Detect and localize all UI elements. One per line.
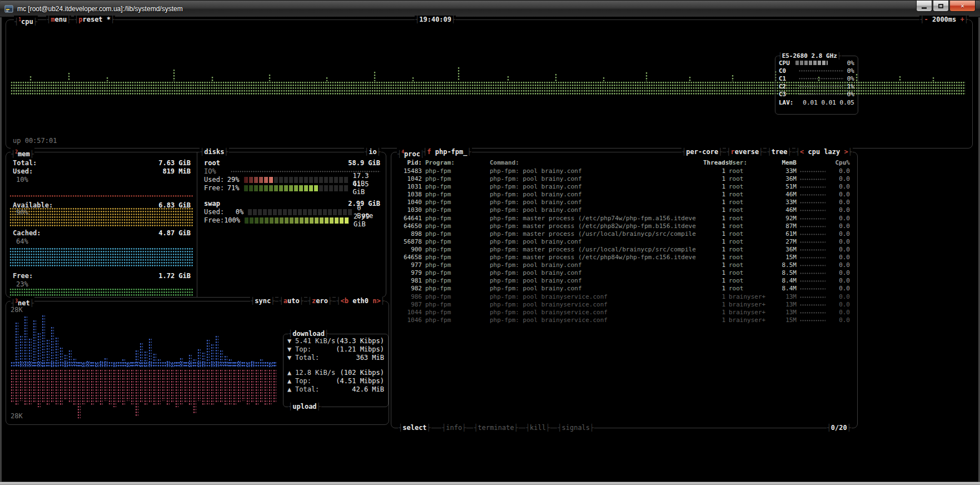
process-mem-graph (800, 175, 825, 183)
process-row[interactable]: 987 php-fpm php-fpm: pool brainyservice.… (392, 301, 857, 309)
disk-free-value: 41.5 GiB (353, 180, 380, 196)
graph-column (104, 369, 107, 401)
sort-selector[interactable]: < cpu lazy > (795, 148, 853, 156)
net-auto-toggle[interactable]: auto (278, 297, 304, 305)
process-row[interactable]: 64658 php-fpm php-fpm: master process (/… (392, 254, 857, 261)
process-pid: 1038 (399, 191, 422, 199)
process-cpu: 0.0 (829, 277, 850, 285)
process-filter-input[interactable]: f php-fpm_ (422, 148, 472, 156)
process-program: php-fpm (425, 309, 486, 316)
column-threads[interactable]: Threads: (703, 159, 725, 167)
load-average-row: LAV: 0.01 0.01 0.05 (775, 99, 858, 106)
process-row[interactable]: 979 php-fpm php-fpm: pool brainy.conf 1 … (392, 269, 857, 277)
process-row[interactable]: 1044 php-fpm php-fpm: pool brainyservice… (392, 309, 857, 316)
kill-action[interactable]: kill (525, 424, 550, 432)
process-threads: 1 (703, 206, 725, 214)
process-row[interactable]: 898 php-fpm php-fpm: master process (/us… (392, 230, 857, 238)
process-user: root (729, 238, 768, 246)
process-user: root (729, 277, 768, 285)
reverse-toggle[interactable]: reverse (726, 148, 763, 156)
cpu-graph-spike (689, 76, 692, 81)
column-program[interactable]: Program: (425, 159, 486, 167)
net-sync-toggle[interactable]: sync (250, 297, 275, 305)
process-row[interactable]: 900 php-fpm php-fpm: master process (/us… (392, 246, 857, 254)
mem-free-percent: 23% (16, 280, 28, 288)
process-row[interactable]: 15483 php-fpm php-fpm: pool brainy.conf … (392, 167, 857, 175)
process-row[interactable]: 56878 php-fpm php-fpm: pool brainy.conf … (392, 238, 857, 246)
process-mem-graph (800, 316, 825, 324)
net-panel-title[interactable]: 3net (11, 297, 34, 305)
process-cpu: 0.0 (829, 183, 850, 191)
graph-column (237, 369, 241, 403)
maximize-button[interactable] (933, 1, 949, 12)
column-mem[interactable]: MemB (771, 159, 797, 167)
process-row[interactable]: 1030 php-fpm php-fpm: pool brainy.conf 1… (392, 206, 857, 214)
cpu-graph-spike (645, 72, 648, 81)
process-program: php-fpm (425, 261, 486, 269)
process-mem: 46M (771, 191, 797, 199)
signals-action[interactable]: signals (557, 424, 594, 432)
tree-toggle[interactable]: tree (767, 148, 792, 156)
process-command: php-fpm: pool brainyservice.conf (490, 293, 700, 301)
process-mem: 92M (771, 215, 797, 222)
net-upload-title: upload (288, 403, 321, 411)
info-action[interactable]: info (441, 424, 466, 432)
proc-panel-title[interactable]: 4proc (397, 148, 425, 156)
window-controls: ✕ (916, 1, 976, 12)
mem-disks-divider (197, 152, 197, 297)
process-mem: 33M (771, 199, 797, 206)
net-zero-toggle[interactable]: zero (307, 297, 332, 305)
net-down-total-row: ▼ Total: 363 MiB (283, 354, 388, 362)
process-row[interactable]: 1042 php-fpm php-fpm: pool brainy.conf 1… (392, 175, 857, 183)
select-action[interactable]: select (398, 424, 431, 432)
disk-used-label: Used: (204, 176, 224, 184)
per-core-toggle[interactable]: per-core (681, 148, 723, 156)
process-command: php-fpm: master process (/usr/local/brai… (490, 246, 700, 254)
mem-panel-title[interactable]: 2mem (11, 148, 34, 156)
graph-column (197, 369, 201, 401)
column-command[interactable]: Command: (490, 159, 700, 167)
preset-button[interactable]: preset * (74, 16, 115, 24)
graph-column (242, 369, 245, 401)
process-row[interactable]: 1040 php-fpm php-fpm: pool brainy.conf 1… (392, 199, 857, 206)
process-row[interactable]: 977 php-fpm php-fpm: pool brainy.conf 1 … (392, 261, 857, 269)
graph-column (144, 369, 147, 405)
graph-column (51, 369, 54, 402)
process-mem: 13M (771, 309, 797, 316)
process-pid: 1031 (399, 183, 422, 191)
process-cpu: 0.0 (829, 293, 850, 301)
column-user[interactable]: User: (729, 159, 768, 167)
net-download-graph (11, 309, 276, 367)
terminate-action[interactable]: terminate (473, 424, 519, 432)
process-mem-graph (800, 277, 825, 285)
process-row[interactable]: 981 php-fpm php-fpm: pool brainy.conf 1 … (392, 277, 857, 285)
core-value: 0% (847, 91, 854, 98)
process-row[interactable]: 1038 php-fpm php-fpm: pool brainy.conf 1… (392, 191, 857, 199)
process-row[interactable]: 1046 php-fpm php-fpm: pool brainyservice… (392, 316, 857, 324)
process-row[interactable]: 1031 php-fpm php-fpm: pool brainy.conf 1… (392, 183, 857, 191)
column-mem-graph (800, 159, 825, 167)
process-row[interactable]: 64650 php-fpm php-fpm: master process (/… (392, 222, 857, 230)
core-graph (799, 93, 844, 96)
net-interface-selector[interactable]: <b eth0 n> (336, 297, 385, 305)
process-mem: 87M (771, 222, 797, 230)
process-mem: 61M (771, 230, 797, 238)
process-row[interactable]: 64641 php-fpm php-fpm: master process (/… (392, 215, 857, 222)
process-command: php-fpm: pool brainy.conf (490, 269, 700, 277)
net-down-top-row: ▼ Top: (1.21 Mibps) (283, 345, 388, 354)
column-pid[interactable]: Pid: (399, 159, 422, 167)
cpu-panel-title[interactable]: 1cpu (14, 16, 38, 24)
column-cpu[interactable]: Cpu% (829, 159, 850, 167)
titlebar[interactable]: mc [root@ub24.itdeveloper.com.ua]:/lib/s… (0, 1, 980, 17)
close-button[interactable]: ✕ (949, 1, 976, 12)
disk-free-percent: 71% (224, 184, 239, 192)
process-row[interactable]: 982 php-fpm php-fpm: pool brainy.conf 1 … (392, 285, 857, 293)
menu-button[interactable]: menu (46, 16, 71, 24)
mem-free-row: Free: 1.72 GiB (13, 272, 191, 280)
window-title: mc [root@ub24.itdeveloper.com.ua]:/lib/s… (17, 5, 183, 13)
refresh-rate-control[interactable]: - 2000ms + (919, 16, 969, 24)
core-row: C2 1% (775, 83, 858, 91)
process-row[interactable]: 986 php-fpm php-fpm: pool brainyservice.… (392, 293, 857, 301)
minimize-button[interactable] (916, 1, 932, 12)
net-stat-label: 5.41 KiB/s (295, 337, 335, 345)
